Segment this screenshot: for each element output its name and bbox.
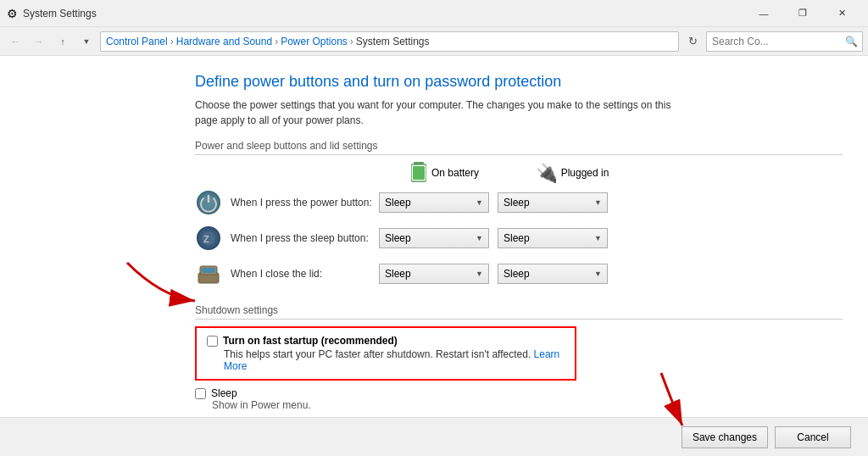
dropdown-arrow-2: ▼ <box>594 198 602 207</box>
forward-button[interactable]: → <box>29 31 49 52</box>
app-icon: ⚙ <box>7 7 18 20</box>
sleep-option-row: Sleep Show in Power menu. <box>195 387 843 411</box>
sleep-option-line: Sleep <box>195 387 843 399</box>
svg-rect-2 <box>413 166 425 180</box>
sleep-option-sub: Show in Power menu. <box>212 399 843 411</box>
recent-button[interactable]: ▼ <box>76 31 97 52</box>
breadcrumb-current: System Settings <box>356 36 430 47</box>
breadcrumb-hardware-sound[interactable]: Hardware and Sound <box>176 36 272 47</box>
cancel-button[interactable]: Cancel <box>775 426 851 448</box>
column-headers: On battery 🔌 Plugged in <box>237 162 843 184</box>
refresh-button[interactable]: ↻ <box>682 31 703 52</box>
sleep-button-icon: z <box>195 225 222 252</box>
sleep-battery-dropdown[interactable]: Sleep ▼ <box>379 228 489 248</box>
dropdown-arrow-6: ▼ <box>594 270 602 278</box>
fast-startup-label[interactable]: Turn on fast startup (recommended) <box>223 335 398 347</box>
fast-startup-box: Turn on fast startup (recommended) This … <box>195 326 576 381</box>
title-bar: ⚙ System Settings — ❐ ✕ <box>0 0 868 27</box>
lid-label: When I close the lid: <box>231 268 379 280</box>
lid-battery-dropdown[interactable]: Sleep ▼ <box>379 264 489 284</box>
breadcrumb-power-options[interactable]: Power Options <box>281 36 348 47</box>
up-button[interactable]: ↑ <box>53 31 73 52</box>
window-controls: — ❐ ✕ <box>744 0 861 27</box>
page-description: Choose the power settings that you want … <box>195 97 687 128</box>
breadcrumb-control-panel[interactable]: Control Panel <box>106 36 168 47</box>
fast-startup-checkbox[interactable] <box>207 336 218 347</box>
battery-icon <box>411 162 426 184</box>
sleep-button-label: When I press the sleep button: <box>231 232 379 244</box>
dropdown-arrow: ▼ <box>476 198 483 207</box>
sleep-option-checkbox[interactable] <box>195 388 206 399</box>
save-changes-button[interactable]: Save changes <box>682 426 768 448</box>
window-title: System Settings <box>23 8 744 19</box>
close-button[interactable]: ✕ <box>822 0 861 27</box>
plugged-in-header: 🔌 Plugged in <box>513 163 632 183</box>
lid-row: When I close the lid: Sleep ▼ Sleep ▼ <box>195 260 843 287</box>
power-button-label: When I press the power button: <box>231 197 379 209</box>
minimize-button[interactable]: — <box>744 0 783 27</box>
dropdown-arrow-5: ▼ <box>476 270 483 278</box>
power-battery-dropdown[interactable]: Sleep ▼ <box>379 192 489 213</box>
shutdown-header: Shutdown settings <box>195 304 843 320</box>
power-button-icon <box>195 189 222 216</box>
fast-startup-description: This helps start your PC faster after sh… <box>224 348 565 372</box>
sleep-button-row: z When I press the sleep button: Sleep ▼… <box>195 225 843 252</box>
back-button[interactable]: ← <box>5 31 25 52</box>
restore-button[interactable]: ❐ <box>783 0 822 27</box>
main-content: Define power buttons and turn on passwor… <box>0 56 868 456</box>
breadcrumb: Control Panel › Hardware and Sound › Pow… <box>100 31 679 52</box>
dropdown-arrow-4: ▼ <box>594 234 602 242</box>
power-plugged-dropdown[interactable]: Sleep ▼ <box>498 192 608 213</box>
lid-icon <box>195 260 222 287</box>
on-battery-header: On battery <box>386 162 504 184</box>
address-bar: ← → ↑ ▼ Control Panel › Hardware and Sou… <box>0 27 868 56</box>
search-icon: 🔍 <box>845 36 858 47</box>
power-button-row: When I press the power button: Sleep ▼ S… <box>195 189 843 216</box>
sleep-option-label[interactable]: Sleep <box>211 387 237 399</box>
button-row: Save changes Cancel <box>0 417 868 456</box>
lid-plugged-dropdown[interactable]: Sleep ▼ <box>498 264 608 284</box>
svg-text:🔌: 🔌 <box>536 163 556 183</box>
search-input[interactable] <box>706 31 863 52</box>
svg-rect-11 <box>202 268 215 273</box>
search-wrapper: 🔍 <box>706 31 863 52</box>
on-battery-label: On battery <box>431 167 479 179</box>
plugged-in-label: Plugged in <box>561 167 609 179</box>
plug-icon: 🔌 <box>536 163 556 183</box>
svg-text:z: z <box>203 231 209 245</box>
dropdown-arrow-3: ▼ <box>476 234 483 242</box>
power-section-header: Power and sleep buttons and lid settings <box>195 140 843 155</box>
page-title: Define power buttons and turn on passwor… <box>195 73 843 91</box>
fast-startup-row: Turn on fast startup (recommended) <box>207 335 565 347</box>
sleep-plugged-dropdown[interactable]: Sleep ▼ <box>498 228 608 248</box>
